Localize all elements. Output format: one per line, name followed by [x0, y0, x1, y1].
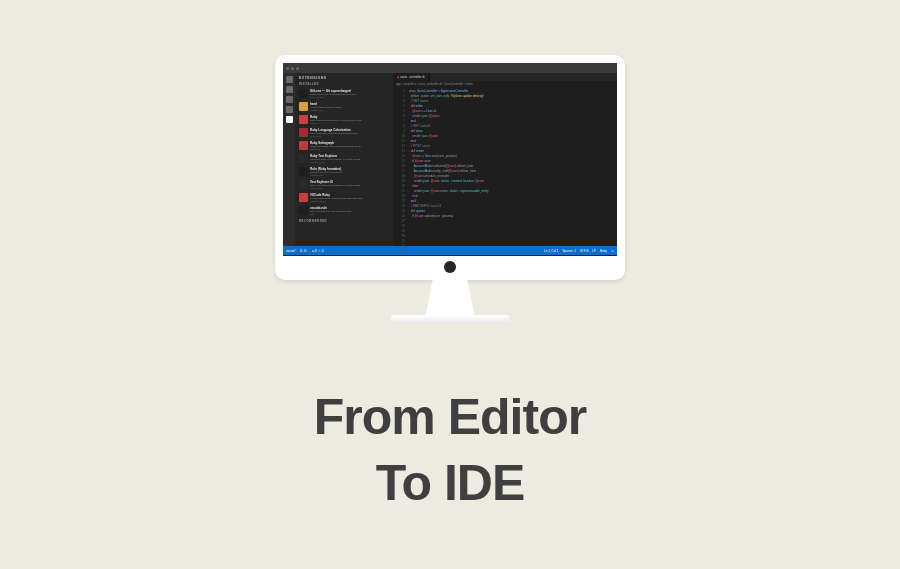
- extension-author: Matt Bessey: [310, 174, 389, 177]
- power-button-icon: [444, 261, 456, 273]
- extension-icon: [299, 180, 308, 189]
- extension-icon: [299, 89, 308, 98]
- extensions-icon: [286, 116, 293, 123]
- extension-item: Test Explorer UIRun your tests in the Si…: [297, 178, 391, 191]
- breadcrumb: app › controllers › users_controller.rb …: [393, 81, 476, 87]
- title-line-1: From Editor: [0, 388, 900, 446]
- monitor-bezel: EXTENSIONS INSTALLED GitLens — Git super…: [275, 55, 625, 280]
- tab-label: users_controller.rb: [400, 75, 425, 79]
- extension-item: Ruby Language ColorizationRuby language …: [297, 126, 391, 139]
- status-item: ☺: [611, 249, 614, 253]
- extension-icon: [299, 206, 308, 215]
- extension-author: kalitaalexey: [310, 109, 389, 112]
- search-icon: [286, 86, 293, 93]
- extension-icon: [299, 193, 308, 202]
- extension-item: RubyRuby language support for Visual Stu…: [297, 113, 391, 126]
- debug-icon: [286, 106, 293, 113]
- minimize-icon: [291, 67, 294, 70]
- extension-item: hamlSyntax highlighting for Hamlkalitaal…: [297, 100, 391, 113]
- status-bar: master*0↓ 0↑⊘ 0 ⚠ 0 Ln 1, Col 1Spaces: 2…: [283, 246, 617, 255]
- git-icon: [286, 96, 293, 103]
- status-item: 0↓ 0↑: [300, 249, 307, 253]
- vscode-screenshot: EXTENSIONS INSTALLED GitLens — Git super…: [283, 63, 617, 256]
- extension-item: GitLens — Git superchargedSupercharge th…: [297, 87, 391, 100]
- extension-author: Connor Shea: [310, 161, 389, 164]
- extension-author: Castwide: [310, 148, 389, 151]
- code-editor: ◆ users_controller.rb app › controllers …: [393, 73, 617, 246]
- status-item: UTF-8: [580, 249, 589, 253]
- extension-author: Stafford Brunk: [310, 200, 389, 203]
- extension-icon: [299, 102, 308, 111]
- extension-item: Ruby Test ExplorerRun your tests in the …: [297, 152, 391, 165]
- editor-tab: ◆ users_controller.rb: [393, 73, 430, 81]
- files-icon: [286, 76, 293, 83]
- status-item: Ln 1, Col 1: [544, 249, 559, 253]
- extension-icon: [299, 141, 308, 150]
- extension-icon: [299, 154, 308, 163]
- status-item: Spaces: 2: [563, 249, 576, 253]
- title-line-2: To IDE: [0, 454, 900, 512]
- extension-author: Eric Amodio: [310, 96, 389, 99]
- status-item: ⊘ 0 ⚠ 0: [312, 249, 324, 253]
- extension-author: Peng Lv: [310, 122, 389, 125]
- line-numbers: 1234567891011121314151617181920212223242…: [393, 87, 407, 246]
- status-item: Ruby: [600, 249, 607, 253]
- extension-author: Holger Benl: [310, 187, 389, 190]
- editor-tabs: ◆ users_controller.rb: [393, 73, 617, 81]
- extension-icon: [299, 128, 308, 137]
- extension-item: Ruby SolargraphCode completion and inlin…: [297, 139, 391, 152]
- illustration-stage: EXTENSIONS INSTALLED GitLens — Git super…: [0, 0, 900, 569]
- close-icon: [286, 67, 289, 70]
- extension-item: vscode-rufoRuby formatter for Visual Stu…: [297, 204, 391, 217]
- monitor-stand-base: [391, 315, 509, 324]
- extension-icon: [299, 167, 308, 176]
- code-area: class UsersController < ApplicationContr…: [407, 87, 617, 246]
- extension-item: Rufo (Ruby formatter)Format your Ruby us…: [297, 165, 391, 178]
- extension-icon: [299, 115, 308, 124]
- status-right: Ln 1, Col 1Spaces: 2UTF-8LFRuby☺: [544, 249, 614, 253]
- computer-monitor: EXTENSIONS INSTALLED GitLens — Git super…: [275, 55, 625, 335]
- ruby-icon: ◆: [397, 75, 399, 79]
- extension-author: Drew Cain: [310, 135, 389, 138]
- extension-item: VSCode RubySyntax highlighting, snippet,…: [297, 191, 391, 204]
- status-item: LF: [592, 249, 596, 253]
- activity-bar: [283, 73, 295, 246]
- extension-author: jnbt: [310, 213, 389, 216]
- maximize-icon: [296, 67, 299, 70]
- monitor-stand-neck: [422, 277, 478, 319]
- status-left: master*0↓ 0↑⊘ 0 ⚠ 0: [286, 249, 323, 253]
- status-item: master*: [286, 249, 296, 253]
- extensions-sidebar: EXTENSIONS INSTALLED GitLens — Git super…: [295, 73, 393, 246]
- window-titlebar: [283, 63, 617, 73]
- recommended-label: RECOMMENDED: [297, 218, 391, 224]
